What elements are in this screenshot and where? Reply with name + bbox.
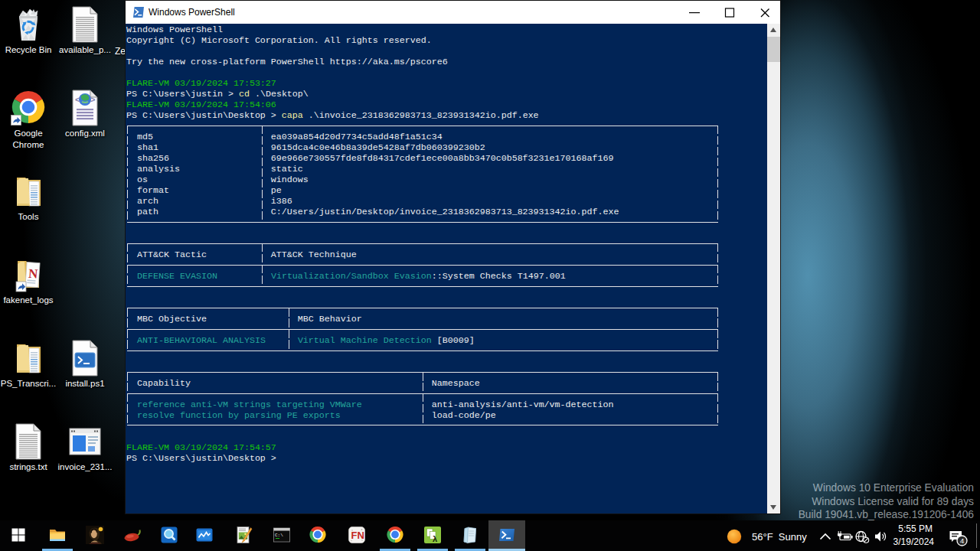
svg-text:4: 4 — [960, 536, 964, 545]
svg-text:FN: FN — [351, 530, 364, 541]
svg-text:N: N — [28, 266, 38, 282]
svg-text:>: > — [90, 95, 95, 104]
svg-text:C:\: C:\ — [275, 533, 283, 538]
svg-text:λ: λ — [433, 534, 437, 543]
svg-text:<: < — [75, 95, 80, 104]
